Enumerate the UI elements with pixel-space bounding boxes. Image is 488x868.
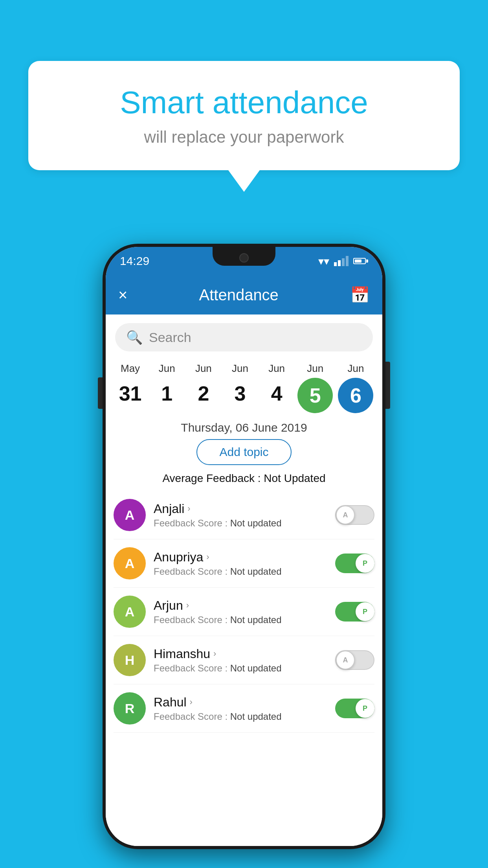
calendar-date-number: 31 — [115, 378, 146, 409]
notch-camera — [239, 253, 249, 263]
student-item[interactable]: AAnjali ›Feedback Score : Not updatedA — [114, 491, 374, 539]
avg-feedback-value: Not Updated — [264, 472, 325, 484]
app-content: 🔍 Search May31Jun1Jun2Jun3Jun4Jun5Jun6 T… — [106, 314, 382, 846]
student-info: Anjali ›Feedback Score : Not updated — [154, 502, 335, 529]
calendar-date-number: 1 — [151, 378, 183, 409]
student-name: Anjali › — [154, 502, 335, 516]
student-name: Anupriya › — [154, 550, 335, 565]
calendar-day[interactable]: Jun4 — [261, 362, 292, 413]
phone-inner: 14:29 ▾▾ — [106, 247, 382, 846]
search-placeholder: Search — [149, 330, 191, 345]
student-feedback: Feedback Score : Not updated — [154, 663, 335, 674]
toggle-knob: A — [336, 506, 355, 524]
student-list: AAnjali ›Feedback Score : Not updatedAAA… — [106, 491, 382, 733]
calendar-day[interactable]: Jun5 — [297, 362, 333, 413]
calendar-day[interactable]: Jun3 — [224, 362, 256, 413]
chevron-right-icon: › — [213, 649, 216, 659]
avatar: A — [114, 499, 146, 531]
calendar-date-number: 5 — [297, 378, 333, 413]
avg-feedback-label: Average Feedback : — [162, 472, 261, 484]
student-feedback: Feedback Score : Not updated — [154, 566, 335, 577]
attendance-toggle[interactable]: P — [335, 554, 374, 573]
toggle-knob: P — [356, 554, 374, 573]
app-bar-title: Attendance — [199, 286, 278, 304]
phone-side-btn-right — [385, 362, 390, 409]
calendar-month-label: Jun — [232, 362, 248, 375]
status-bar: 14:29 ▾▾ — [106, 247, 382, 275]
calendar-icon[interactable]: 📅 — [350, 286, 370, 304]
calendar-month-label: Jun — [347, 362, 364, 375]
status-time: 14:29 — [120, 254, 149, 268]
phone-container: 14:29 ▾▾ — [103, 244, 385, 849]
calendar-date-number: 2 — [188, 378, 219, 409]
phone-outer: 14:29 ▾▾ — [103, 244, 385, 849]
toggle-knob: A — [336, 651, 355, 669]
notch — [213, 247, 275, 266]
calendar-day[interactable]: May31 — [115, 362, 146, 413]
calendar-day[interactable]: Jun2 — [188, 362, 219, 413]
student-info: Arjun ›Feedback Score : Not updated — [154, 598, 335, 625]
toggle-knob: P — [356, 699, 374, 718]
app-bar: × Attendance 📅 — [106, 275, 382, 314]
student-name: Rahul › — [154, 695, 335, 710]
date-heading: Thursday, 06 June 2019 — [106, 421, 382, 434]
calendar-month-label: May — [121, 362, 140, 375]
calendar-month-label: Jun — [268, 362, 285, 375]
phone-side-btn-left — [98, 377, 103, 409]
calendar-day[interactable]: Jun6 — [338, 362, 373, 413]
calendar-date-number: 6 — [338, 378, 373, 413]
add-topic-button[interactable]: Add topic — [196, 439, 291, 465]
avatar: A — [114, 596, 146, 628]
student-name: Himanshu › — [154, 647, 335, 661]
attendance-toggle[interactable]: A — [335, 650, 374, 670]
student-feedback: Feedback Score : Not updated — [154, 518, 335, 529]
student-name: Arjun › — [154, 598, 335, 613]
speech-bubble-container: Smart attendance will replace your paper… — [28, 61, 460, 192]
student-info: Rahul ›Feedback Score : Not updated — [154, 695, 335, 722]
toggle-knob: P — [356, 602, 374, 621]
avatar: H — [114, 644, 146, 676]
calendar-day[interactable]: Jun1 — [151, 362, 183, 413]
speech-bubble-arrow — [228, 170, 260, 192]
chevron-right-icon: › — [206, 552, 209, 562]
student-item[interactable]: RRahul ›Feedback Score : Not updatedP — [114, 684, 374, 733]
chevron-right-icon: › — [190, 697, 193, 707]
student-info: Anupriya ›Feedback Score : Not updated — [154, 550, 335, 577]
search-bar[interactable]: 🔍 Search — [115, 323, 373, 351]
student-item[interactable]: AArjun ›Feedback Score : Not updatedP — [114, 588, 374, 636]
close-icon[interactable]: × — [118, 286, 127, 304]
calendar-date-number: 4 — [261, 378, 292, 409]
wifi-icon: ▾▾ — [318, 255, 329, 268]
attendance-toggle[interactable]: A — [335, 505, 374, 525]
attendance-toggle[interactable]: P — [335, 602, 374, 622]
chevron-right-icon: › — [187, 504, 190, 514]
calendar-month-label: Jun — [307, 362, 323, 375]
attendance-toggle[interactable]: P — [335, 699, 374, 718]
calendar-month-label: Jun — [159, 362, 175, 375]
search-icon: 🔍 — [126, 329, 143, 345]
student-item[interactable]: HHimanshu ›Feedback Score : Not updatedA — [114, 636, 374, 684]
student-info: Himanshu ›Feedback Score : Not updated — [154, 647, 335, 674]
calendar-month-label: Jun — [195, 362, 212, 375]
calendar-date-number: 3 — [224, 378, 256, 409]
average-feedback: Average Feedback : Not Updated — [106, 472, 382, 485]
speech-bubble-title: Smart attendance — [60, 85, 428, 121]
student-feedback: Feedback Score : Not updated — [154, 614, 335, 625]
avatar: A — [114, 547, 146, 579]
avatar: R — [114, 692, 146, 725]
battery-icon — [353, 258, 368, 264]
status-icons: ▾▾ — [318, 255, 368, 268]
student-feedback: Feedback Score : Not updated — [154, 711, 335, 722]
calendar-row: May31Jun1Jun2Jun3Jun4Jun5Jun6 — [106, 358, 382, 415]
speech-bubble-subtitle: will replace your paperwork — [60, 128, 428, 147]
speech-bubble: Smart attendance will replace your paper… — [28, 61, 460, 170]
chevron-right-icon: › — [186, 600, 189, 611]
signal-icon — [334, 256, 349, 266]
student-item[interactable]: AAnupriya ›Feedback Score : Not updatedP — [114, 539, 374, 588]
